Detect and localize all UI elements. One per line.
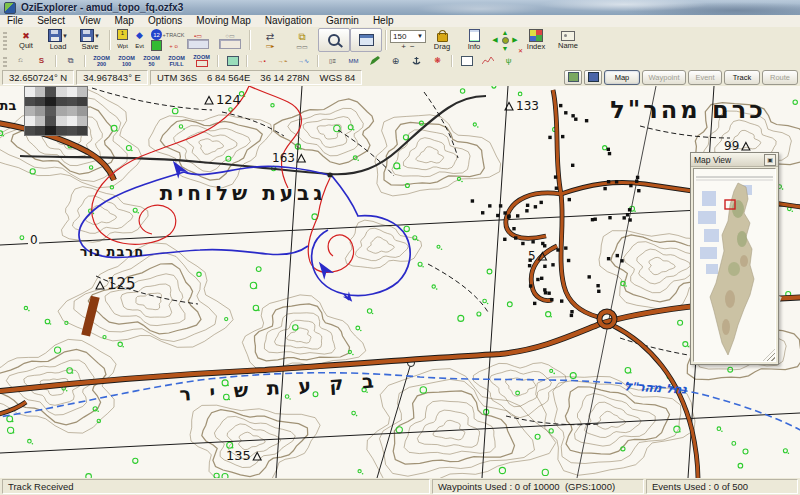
alarm-button[interactable]: ❋ (427, 53, 448, 68)
menu-navigation[interactable]: Navigation (258, 15, 319, 27)
map-view-titlebar[interactable]: Map View ▣ (691, 153, 778, 167)
pan-down-icon[interactable]: ▼ (502, 45, 509, 52)
index-map-button[interactable]: Index (520, 27, 552, 53)
point-badge-icon[interactable]: 12 (151, 29, 162, 40)
vegetation-symbol (133, 208, 137, 212)
pages-button[interactable]: ⧉ ▭▭ (286, 27, 318, 53)
save-icon: ▼ (80, 29, 100, 42)
building (564, 111, 567, 114)
zoom-200-button[interactable]: ZOOM 200 (89, 54, 114, 68)
building (533, 302, 536, 305)
full-screen-button[interactable] (350, 28, 382, 52)
mode-waypoint-button[interactable]: Waypoint (642, 70, 686, 85)
contour-line (86, 206, 117, 225)
track-edit-button[interactable] (364, 53, 385, 68)
zoom-level-select[interactable]: 150 ▼ (390, 30, 426, 43)
vegetation-symbol (358, 470, 361, 473)
pan-center-icon[interactable] (502, 37, 509, 44)
show-track-button[interactable]: ▪▭ (182, 27, 214, 53)
junction-dot (327, 172, 332, 177)
menu-map[interactable]: Map (107, 15, 140, 27)
menu-file[interactable]: File (0, 15, 30, 27)
separator (246, 55, 248, 67)
waypoint-icon[interactable]: 1 (117, 29, 128, 40)
zoom-50-button[interactable]: ZOOM 50 (139, 54, 164, 68)
menu-view[interactable]: View (72, 15, 108, 27)
pan-up-icon[interactable]: ▲ (502, 29, 509, 36)
toolbar-grip[interactable] (3, 55, 7, 67)
title-bar[interactable]: OziExplorer - amud_topo_fq.ozfx3 (0, 0, 800, 16)
vegetation-dot (792, 211, 794, 213)
save-position-button[interactable] (584, 70, 602, 85)
load-label: Load (50, 42, 67, 51)
building (596, 284, 599, 287)
zoom-100-button[interactable]: ZOOM 100 (114, 54, 139, 68)
pan-right-icon[interactable]: ▶ (512, 36, 517, 44)
nmea-icon: ▯≡ (329, 57, 336, 64)
waypoint-event-track-cluster: 1 ◆ 12 +TRACK Wpt Evt + o (114, 29, 182, 51)
gps-waypoint-upload-button[interactable]: →▪ (251, 53, 272, 68)
vegetation-symbol (717, 427, 721, 431)
zoom-in-button[interactable]: + (401, 43, 406, 51)
copy-map-button[interactable]: ⧉ (60, 53, 81, 68)
building (507, 214, 510, 217)
vegetation-symbol (550, 369, 553, 372)
menu-help[interactable]: Help (366, 15, 401, 27)
menu-select[interactable]: Select (30, 15, 72, 27)
position-button[interactable]: ⊕ (385, 53, 406, 68)
zoom-rect-button[interactable]: ZOOM (189, 54, 214, 68)
mode-route-button[interactable]: Route (762, 70, 798, 85)
gps-track-upload-button[interactable]: →⌁ (272, 53, 293, 68)
plus-o-button[interactable]: + o (169, 43, 178, 49)
drag-label: Drag (434, 42, 450, 51)
moving-map-button[interactable]: MM (343, 53, 364, 68)
vegetation-symbol (103, 336, 106, 339)
map-view-body[interactable] (693, 168, 776, 362)
green-point-icon[interactable] (151, 40, 162, 51)
track-tool-button[interactable]: ⎌ (10, 53, 31, 68)
mode-event-button[interactable]: Event (688, 70, 722, 85)
anchor-button[interactable] (406, 53, 427, 68)
screen-grab-button[interactable] (222, 53, 243, 68)
topo-map: כרם מהר"לגבעת שלוחיתחרבת נורב ק ע ת ש י … (0, 86, 800, 478)
mode-map-button[interactable]: Map (604, 70, 640, 85)
load-button[interactable]: ▼ Load (42, 27, 74, 53)
pan-left-icon[interactable]: ◀ (492, 36, 497, 44)
menu-garmin[interactable]: Garmin (319, 15, 366, 27)
quit-button[interactable]: ✖ Quit (10, 27, 42, 53)
route-tool-button[interactable]: S (31, 53, 52, 68)
zoom-out-button[interactable]: − (410, 43, 415, 51)
pan-control[interactable]: ▲ ◀▶ ▼✕ (490, 28, 520, 52)
grid-window-button[interactable] (456, 53, 477, 68)
gps-route-upload-button[interactable]: →∿ (293, 53, 314, 68)
track-control-button[interactable]: ○▭ (214, 27, 246, 53)
building (615, 180, 618, 183)
separator (451, 55, 453, 67)
zoom-value: 200 (97, 61, 106, 67)
toolbar-grip[interactable] (3, 30, 7, 51)
vegetation-symbol (179, 125, 182, 128)
nmea-button[interactable]: ▯≡ (322, 53, 343, 68)
vegetation-symbol (67, 368, 73, 374)
drag-button[interactable]: Drag (426, 27, 458, 53)
zoom-window-button[interactable] (318, 28, 350, 52)
save-button[interactable]: ▼ Save (74, 27, 106, 53)
antenna-button[interactable]: ψ (498, 53, 519, 68)
menu-options[interactable]: Options (141, 15, 189, 27)
vegetation-symbol (418, 262, 422, 266)
vegetation-symbol (473, 123, 476, 126)
track-transfer-button[interactable]: ⇄ ▭▸ (254, 27, 286, 53)
profile-button[interactable] (477, 53, 498, 68)
map-view-close-button[interactable]: ▣ (764, 154, 776, 166)
zoom-full-button[interactable]: ZOOM FULL (164, 54, 189, 68)
mode-track-button[interactable]: Track (724, 70, 760, 85)
menu-moving-map[interactable]: Moving Map (189, 15, 257, 27)
map-canvas[interactable]: כרם מהר"לגבעת שלוחיתחרבת נורב ק ע ת ש י … (0, 86, 800, 478)
track-point-icon: ▪▭ (194, 32, 202, 39)
map-view-panel[interactable]: Map View ▣ (690, 152, 779, 365)
road (0, 402, 26, 416)
event-diamond-icon[interactable]: ◆ (136, 30, 143, 40)
map-image-button[interactable] (564, 70, 582, 85)
name-search-button[interactable]: Name (552, 27, 584, 53)
info-button[interactable]: Info (458, 27, 490, 53)
